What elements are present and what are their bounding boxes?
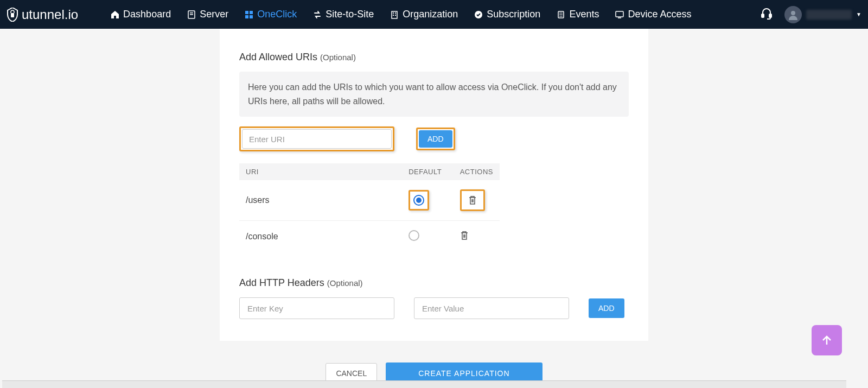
nav-organization[interactable]: Organization (390, 9, 458, 20)
optional-label: (Optional) (320, 53, 356, 62)
trash-icon[interactable] (460, 233, 469, 242)
svg-rect-7 (250, 15, 253, 18)
optional-label: (Optional) (327, 278, 363, 288)
check-circle-icon (474, 10, 483, 19)
caret-down-icon: ▼ (856, 11, 861, 17)
uris-section-title: Add Allowed URIs (Optional) (239, 52, 629, 63)
nav-label: Events (569, 9, 599, 20)
svg-rect-2 (190, 12, 193, 14)
support-icon[interactable] (761, 8, 773, 22)
highlight-delete-btn (460, 189, 485, 211)
highlight-default-radio (409, 190, 429, 211)
svg-rect-6 (245, 15, 248, 18)
highlight-uri-input (239, 126, 394, 151)
nav-subscription[interactable]: Subscription (474, 9, 540, 20)
brand-logo[interactable]: utunnel.io (7, 7, 78, 22)
svg-rect-3 (190, 14, 193, 15)
nav-label: OneClick (257, 9, 297, 20)
home-icon (111, 10, 119, 19)
nav-label: Site-to-Site (326, 9, 374, 20)
trash-icon[interactable] (463, 192, 482, 208)
uris-info-box: Here you can add the URIs to which you w… (239, 72, 629, 117)
headers-section-title: Add HTTP Headers (Optional) (239, 277, 629, 289)
brand-text: utunnel.io (22, 7, 78, 22)
nav-label: Device Access (628, 9, 691, 20)
header-key-input[interactable] (239, 297, 394, 319)
nav-events[interactable]: Events (557, 9, 599, 20)
title-text: Add Allowed URIs (239, 52, 320, 62)
svg-rect-12 (395, 15, 396, 16)
add-uri-button[interactable]: ADD (419, 130, 452, 148)
nav-device-access[interactable]: Device Access (615, 9, 691, 20)
svg-rect-11 (393, 15, 394, 16)
headers-input-row: ADD (239, 297, 629, 319)
nav-oneclick[interactable]: OneClick (245, 9, 297, 20)
nav-server[interactable]: Server (187, 9, 228, 20)
svg-rect-10 (395, 12, 396, 14)
nav-label: Dashboard (123, 9, 171, 20)
arrows-icon (313, 10, 322, 19)
svg-rect-4 (245, 11, 248, 14)
content-card: Add Allowed URIs (Optional) Here you can… (220, 29, 648, 341)
svg-point-22 (791, 11, 795, 15)
uri-table: URI DEFAULT ACTIONS /users (239, 163, 500, 252)
default-radio[interactable] (413, 195, 424, 206)
horizontal-scrollbar[interactable] (2, 380, 846, 388)
uri-input[interactable] (242, 129, 392, 149)
svg-rect-21 (769, 14, 771, 17)
avatar (784, 6, 802, 23)
nav-label: Server (200, 9, 228, 20)
grid-icon (245, 10, 253, 19)
svg-rect-20 (762, 14, 764, 17)
scroll-to-top-button[interactable] (812, 325, 842, 355)
nav-items: Dashboard Server OneClick Site-to-Site O… (111, 9, 691, 20)
list-icon (557, 10, 565, 19)
nav-label: Subscription (487, 9, 540, 20)
table-row: /users (239, 180, 500, 221)
svg-rect-9 (393, 12, 394, 14)
col-header-default: DEFAULT (402, 163, 454, 180)
title-text: Add HTTP Headers (239, 277, 327, 288)
add-header-button[interactable]: ADD (589, 298, 624, 318)
nav-dashboard[interactable]: Dashboard (111, 9, 171, 20)
logo-icon (7, 8, 18, 22)
page-body: Add Allowed URIs (Optional) Here you can… (0, 29, 868, 388)
header-value-input[interactable] (414, 297, 569, 319)
nav-right: ▼ (761, 6, 861, 23)
nav-site-to-site[interactable]: Site-to-Site (313, 9, 374, 20)
default-radio[interactable] (409, 230, 419, 241)
monitor-icon (615, 10, 624, 19)
nav-label: Organization (403, 9, 458, 20)
uri-cell: /users (239, 180, 402, 221)
highlight-add-btn: ADD (416, 128, 455, 150)
col-header-uri: URI (239, 163, 402, 180)
user-name (806, 10, 852, 20)
user-menu[interactable]: ▼ (784, 6, 861, 23)
col-header-actions: ACTIONS (454, 163, 500, 180)
svg-rect-0 (11, 13, 14, 17)
svg-rect-5 (250, 11, 253, 14)
server-icon (187, 10, 196, 19)
table-row: /console (239, 221, 500, 253)
uri-input-row: ADD (239, 126, 629, 151)
arrow-up-icon (820, 334, 833, 347)
uri-cell: /console (239, 221, 402, 253)
top-navigation: utunnel.io Dashboard Server OneClick Sit… (0, 0, 868, 29)
svg-rect-18 (616, 11, 623, 17)
building-icon (390, 10, 399, 19)
svg-rect-8 (392, 11, 397, 18)
